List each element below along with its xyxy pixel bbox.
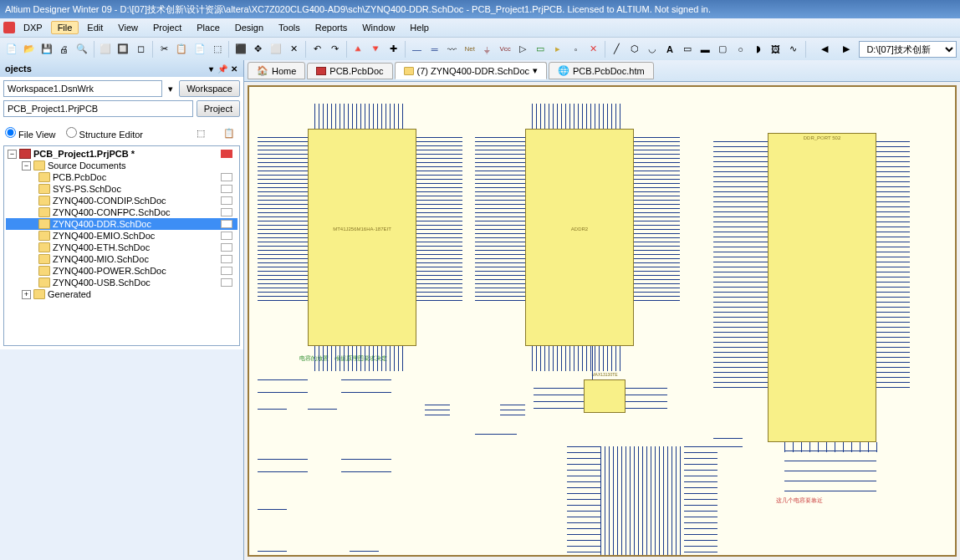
- project-tree[interactable]: − PCB_Project1.PrjPCB * − Source Documen…: [3, 145, 240, 346]
- tab-htm[interactable]: 🌐PCB.PcbDoc.htm: [549, 62, 654, 79]
- net-icon[interactable]: Net: [462, 40, 477, 59]
- part-icon[interactable]: ▷: [515, 40, 531, 59]
- tab-home[interactable]: 🏠Home: [248, 62, 305, 79]
- dropdown-icon[interactable]: ▾: [166, 84, 176, 94]
- menu-file[interactable]: File: [51, 21, 79, 34]
- workspace-button[interactable]: Workspace: [179, 80, 240, 97]
- workspace-input[interactable]: [3, 80, 162, 97]
- tree-generated[interactable]: + Generated: [6, 288, 237, 300]
- sheet-icon[interactable]: 🔻: [368, 40, 384, 59]
- tree-doc-item[interactable]: ZYNQ400-DDR.SchDoc: [6, 218, 237, 230]
- junction-icon[interactable]: ◦: [568, 40, 584, 59]
- round-icon[interactable]: ▢: [715, 40, 731, 59]
- ddr-chip-1[interactable]: MT41J256M16HA-187EIT: [308, 129, 416, 346]
- tree-doc-item[interactable]: SYS-PS.SchDoc: [6, 183, 237, 195]
- regulator-chip[interactable]: MAX13130TE: [584, 379, 626, 413]
- text-icon[interactable]: A: [662, 40, 678, 59]
- image-icon[interactable]: 🖼: [768, 40, 784, 59]
- cut-icon[interactable]: ✂: [156, 40, 172, 59]
- redo-icon[interactable]: ↷: [327, 40, 343, 59]
- ddr-chip-2[interactable]: ADDR2: [525, 129, 634, 346]
- path-dropdown[interactable]: D:\[07]技术创新: [859, 41, 957, 58]
- tree-opt1-icon[interactable]: ⬚: [191, 124, 210, 142]
- nav-fwd-icon[interactable]: ▶: [837, 40, 855, 59]
- nav-back-icon[interactable]: ◀: [815, 40, 834, 59]
- collapse-icon[interactable]: −: [8, 150, 17, 159]
- tree-doc-item[interactable]: ZYNQ400-POWER.SchDoc: [6, 265, 237, 277]
- tree-doc-item[interactable]: ZYNQ400-EMIO.SchDoc: [6, 230, 237, 242]
- project-input[interactable]: [3, 100, 193, 117]
- menu-reports[interactable]: Reports: [309, 21, 355, 34]
- menu-design[interactable]: Design: [228, 21, 270, 34]
- bezier-icon[interactable]: ∿: [785, 40, 801, 59]
- expand-icon[interactable]: +: [22, 290, 31, 299]
- hierarchy-icon[interactable]: 🔺: [350, 40, 366, 59]
- select-icon[interactable]: ⬛: [232, 40, 248, 59]
- collapse-icon[interactable]: −: [22, 161, 31, 171]
- panel-pin-icon[interactable]: 📌: [218, 64, 227, 73]
- print-icon[interactable]: 🖨: [56, 40, 72, 59]
- sheet-symbol-icon[interactable]: ▭: [533, 40, 549, 59]
- home-icon: 🏠: [257, 65, 268, 76]
- tree-doc-item[interactable]: ZYNQ400-ETH.SchDoc: [6, 242, 237, 253]
- port-icon[interactable]: ▸: [550, 40, 566, 59]
- power-icon[interactable]: ⏚: [479, 40, 495, 59]
- menu-window[interactable]: Window: [355, 21, 401, 34]
- zoom-area-icon[interactable]: 🔲: [115, 40, 131, 59]
- doc-icon: [38, 196, 50, 206]
- panel-close-icon[interactable]: ✕: [230, 64, 238, 73]
- tree-root[interactable]: − PCB_Project1.PrjPCB *: [6, 148, 237, 160]
- tree-opt2-icon[interactable]: 📋: [220, 124, 238, 142]
- line-icon[interactable]: ╱: [609, 40, 625, 59]
- menu-view[interactable]: View: [111, 21, 145, 34]
- menu-tools[interactable]: Tools: [272, 21, 307, 34]
- structure-radio[interactable]: Structure Editor: [66, 127, 143, 140]
- menu-help[interactable]: Help: [403, 21, 436, 34]
- frame-icon[interactable]: ▭: [680, 40, 696, 59]
- vcc-icon[interactable]: Vcc: [498, 40, 513, 59]
- schematic-canvas[interactable]: MT41J256M16HA-187EIT ADDR2 DDR_PORT 502 …: [248, 85, 957, 557]
- pie-icon[interactable]: ◗: [750, 40, 766, 59]
- zoom-fit-icon[interactable]: ⬜: [98, 40, 114, 59]
- rect-icon[interactable]: ▬: [697, 40, 713, 59]
- paste-icon[interactable]: 📄: [191, 40, 207, 59]
- undo-icon[interactable]: ↶: [309, 40, 325, 59]
- menu-edit[interactable]: Edit: [80, 21, 110, 34]
- dropdown-icon[interactable]: ▾: [533, 65, 538, 76]
- project-button[interactable]: Project: [197, 100, 240, 117]
- move-icon[interactable]: ✥: [250, 40, 266, 59]
- tree-doc-item[interactable]: PCB.PcbDoc: [6, 171, 237, 183]
- file-view-radio[interactable]: File View: [5, 127, 56, 140]
- preview-icon[interactable]: 🔍: [74, 40, 90, 59]
- menu-place[interactable]: Place: [190, 21, 227, 34]
- tree-doc-item[interactable]: ZYNQ400-CONDIP.SchDoc: [6, 195, 237, 206]
- ddr-port-chip[interactable]: DDR_PORT 502: [768, 133, 876, 442]
- menu-dxp[interactable]: DXP: [17, 21, 49, 34]
- open-icon[interactable]: 📂: [21, 40, 37, 59]
- menu-project[interactable]: Project: [146, 21, 188, 34]
- zoom-select-icon[interactable]: ◻: [133, 40, 149, 59]
- cross-icon[interactable]: ✚: [386, 40, 401, 59]
- panel-menu-icon[interactable]: ▾: [207, 64, 215, 73]
- ellipse-icon[interactable]: ○: [733, 40, 748, 59]
- tree-source[interactable]: − Source Documents: [6, 160, 237, 171]
- wire-icon[interactable]: —: [409, 40, 425, 59]
- tree-doc-item[interactable]: ZYNQ400-CONFPC.SchDoc: [6, 206, 237, 218]
- new-icon[interactable]: 📄: [3, 40, 19, 59]
- pcb-icon: [316, 67, 326, 75]
- doc-icon: [38, 254, 50, 264]
- arc-icon[interactable]: ◡: [644, 40, 660, 59]
- tree-doc-item[interactable]: ZYNQ400-USB.SchDoc: [6, 277, 237, 288]
- save-icon[interactable]: 💾: [38, 40, 54, 59]
- signal-icon[interactable]: 〰: [444, 40, 460, 59]
- tab-zynq-ddr[interactable]: (7) ZYNQ400-DDR.SchDoc▾: [395, 62, 547, 79]
- clear-icon[interactable]: ✕: [286, 40, 302, 59]
- noerc-icon[interactable]: ✕: [585, 40, 601, 59]
- copy-icon[interactable]: 📋: [174, 40, 190, 59]
- bus-icon[interactable]: ═: [426, 40, 442, 59]
- polygon-icon[interactable]: ⬡: [626, 40, 642, 59]
- deselect-icon[interactable]: ⬜: [268, 40, 283, 59]
- tree-doc-item[interactable]: ZYNQ400-MIO.SchDoc: [6, 253, 237, 265]
- rubber-icon[interactable]: ⬚: [209, 40, 225, 59]
- tab-pcb[interactable]: PCB.PcbDoc: [307, 63, 392, 79]
